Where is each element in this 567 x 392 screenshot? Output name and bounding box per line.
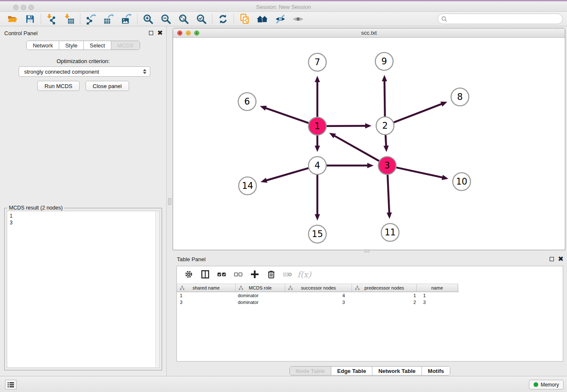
hide-selected-icon[interactable]: [271, 13, 289, 25]
task-history-button[interactable]: [5, 380, 17, 389]
graph-node-label: 1: [314, 121, 320, 131]
app-title: Session: New Session: [0, 4, 567, 10]
edge-3-1[interactable]: [333, 135, 379, 161]
export-image-icon[interactable]: [118, 13, 135, 25]
mcds-result-box[interactable]: 1 3: [7, 211, 160, 368]
table-panel-title: Table Panel: [177, 256, 206, 262]
graph-node-label: 14: [242, 181, 253, 191]
import-network-icon[interactable]: [43, 13, 61, 25]
column-header-shared-name[interactable]: shared name: [177, 284, 236, 292]
tab-motifs[interactable]: Motifs: [421, 367, 450, 375]
graph-node-label: 10: [456, 177, 468, 187]
criterion-dropdown[interactable]: strongly connected component: [19, 66, 150, 77]
select-all-rows-icon[interactable]: [217, 269, 227, 279]
run-mcds-button[interactable]: Run MCDS: [37, 81, 80, 91]
edge-2-9[interactable]: [385, 80, 385, 116]
memory-status-icon: [534, 382, 538, 387]
status-bar: Memory: [0, 376, 567, 392]
close-panel-button[interactable]: Close panel: [85, 81, 129, 91]
table-row[interactable]: 3dominator323: [177, 299, 563, 306]
edge-arrow-icon: [440, 102, 447, 107]
tab-edge-table[interactable]: Edge Table: [331, 367, 372, 375]
table-settings-icon[interactable]: [184, 269, 194, 279]
network-window-titlebar[interactable]: × − + scc.txt: [173, 28, 565, 38]
column-header-successor-nodes[interactable]: successor nodes: [285, 284, 352, 292]
node-table-container: f(x) shared nameMCDS rolesuccessor nodes…: [176, 266, 563, 362]
edge-arrow-icon: [365, 123, 372, 128]
import-table-icon[interactable]: [61, 13, 78, 25]
tab-select[interactable]: Select: [83, 41, 111, 50]
table-header-row: shared nameMCDS rolesuccessor nodesprede…: [177, 284, 459, 292]
graph-node-label: 7: [314, 57, 320, 67]
table-row[interactable]: 1dominator411: [177, 292, 563, 299]
edge-3-11[interactable]: [388, 175, 389, 214]
graph-node-label: 8: [457, 92, 462, 102]
column-header-mcds-role[interactable]: MCDS role: [236, 284, 285, 292]
show-all-networks-icon[interactable]: [253, 13, 271, 25]
horizontal-splitter-handle[interactable]: [364, 249, 369, 252]
graph-node-label: 3: [384, 160, 390, 171]
refresh-view-icon[interactable]: [214, 13, 232, 25]
search-input[interactable]: [449, 15, 562, 23]
control-panel-close-icon[interactable]: ✖: [157, 31, 163, 35]
network-canvas[interactable]: 7968124314101511: [173, 38, 565, 250]
zoom-fit-icon[interactable]: [175, 13, 193, 25]
mcds-result-title: MCDS result (2 nodes): [7, 205, 64, 211]
control-panel-float-icon[interactable]: [149, 31, 153, 35]
zoom-out-icon[interactable]: [157, 13, 175, 25]
tab-network[interactable]: Network: [27, 41, 59, 50]
tab-node-table[interactable]: Node Table: [290, 367, 331, 375]
table-panel: Table Panel ✖: [173, 252, 567, 376]
control-panel-title: Control Panel: [4, 30, 38, 36]
column-header-name[interactable]: name: [417, 284, 458, 292]
memory-button[interactable]: Memory: [529, 380, 564, 389]
edge-arrow-icon: [315, 214, 320, 221]
column-header-predecessor-nodes[interactable]: predecessor nodes: [352, 284, 417, 292]
edge-arrow-icon: [383, 146, 388, 152]
edge-4-14[interactable]: [265, 168, 308, 181]
edge-arrow-icon: [315, 146, 320, 152]
export-table-icon[interactable]: [100, 13, 118, 25]
save-session-icon[interactable]: [21, 13, 39, 25]
show-hidden-icon[interactable]: [289, 13, 307, 25]
main-toolbar: [0, 12, 567, 26]
vertical-splitter-handle[interactable]: [168, 198, 171, 205]
deselect-all-rows-icon[interactable]: [233, 269, 243, 279]
add-column-icon[interactable]: [250, 269, 260, 279]
tab-mcds[interactable]: MCDS: [111, 41, 139, 50]
memory-label: Memory: [541, 382, 559, 388]
app-titlebar: Session: New Session: [0, 0, 567, 12]
graph-node-label: 6: [244, 97, 250, 107]
edge-2-3[interactable]: [385, 135, 386, 147]
export-network-icon[interactable]: [82, 13, 100, 25]
column-layout-icon[interactable]: [200, 269, 210, 279]
tab-style[interactable]: Style: [59, 41, 83, 50]
edge-arrow-icon: [387, 213, 392, 219]
mcds-result-text: 1 3: [7, 211, 159, 227]
search-field[interactable]: [438, 14, 563, 24]
edge-arrow-icon: [315, 76, 320, 82]
graph-node-label: 4: [314, 160, 320, 171]
copy-network-icon[interactable]: [236, 13, 253, 25]
mcds-result-group: MCDS result (2 nodes) 1 3: [4, 208, 162, 370]
tab-network-table[interactable]: Network Table: [372, 367, 421, 375]
control-panel: Control Panel ✖ NetworkStyleSelectMCDS O…: [0, 26, 167, 376]
search-icon: [441, 16, 447, 22]
table-panel-close-icon[interactable]: ✖: [558, 257, 564, 261]
edge-3-10[interactable]: [396, 168, 444, 178]
edge-2-8[interactable]: [394, 103, 443, 122]
edge-1-2[interactable]: [327, 126, 367, 126]
edge-1-6[interactable]: [264, 108, 309, 123]
table-panel-float-icon[interactable]: [550, 257, 554, 261]
graph-node-label: 11: [385, 227, 396, 237]
network-window-title: scc.txt: [173, 30, 565, 36]
control-panel-tabs: NetworkStyleSelectMCDS: [26, 41, 140, 50]
network-view-window: × − + scc.txt 7968124314101511: [173, 28, 565, 250]
delete-columns-icon[interactable]: [266, 269, 276, 279]
table-toolbar: f(x): [177, 266, 563, 282]
result-scrollbar[interactable]: [155, 212, 159, 367]
open-session-icon[interactable]: [3, 13, 21, 25]
zoom-in-icon[interactable]: [139, 13, 157, 25]
zoom-selected-icon[interactable]: [193, 13, 210, 25]
graph-node-label: 2: [382, 121, 388, 131]
